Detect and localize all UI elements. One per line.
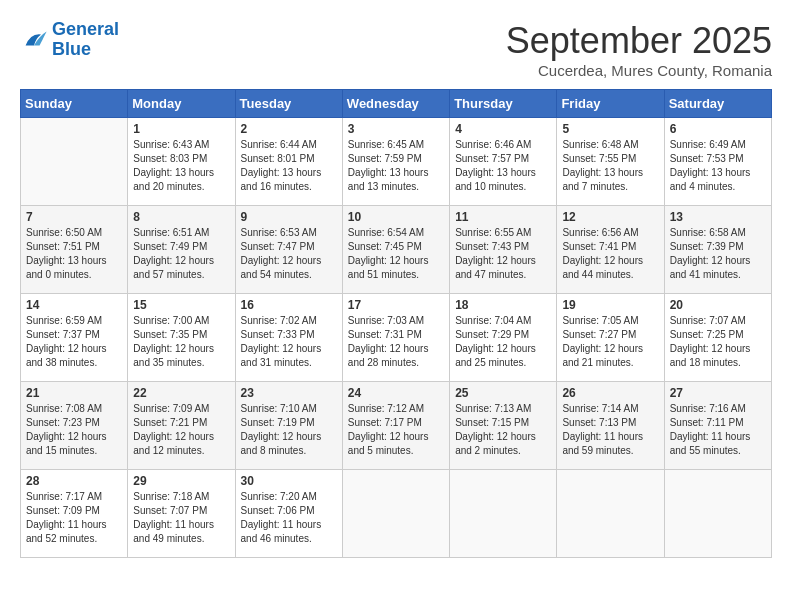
header-day-friday: Friday — [557, 90, 664, 118]
day-info: Sunrise: 6:53 AM Sunset: 7:47 PM Dayligh… — [241, 226, 337, 282]
header-day-monday: Monday — [128, 90, 235, 118]
calendar-week-2: 14Sunrise: 6:59 AM Sunset: 7:37 PM Dayli… — [21, 294, 772, 382]
calendar-cell: 4Sunrise: 6:46 AM Sunset: 7:57 PM Daylig… — [450, 118, 557, 206]
day-info: Sunrise: 7:17 AM Sunset: 7:09 PM Dayligh… — [26, 490, 122, 546]
day-number: 16 — [241, 298, 337, 312]
header-day-sunday: Sunday — [21, 90, 128, 118]
day-number: 25 — [455, 386, 551, 400]
calendar-cell: 26Sunrise: 7:14 AM Sunset: 7:13 PM Dayli… — [557, 382, 664, 470]
day-number: 26 — [562, 386, 658, 400]
day-info: Sunrise: 7:16 AM Sunset: 7:11 PM Dayligh… — [670, 402, 766, 458]
day-number: 4 — [455, 122, 551, 136]
calendar-body: 1Sunrise: 6:43 AM Sunset: 8:03 PM Daylig… — [21, 118, 772, 558]
day-number: 3 — [348, 122, 444, 136]
day-number: 12 — [562, 210, 658, 224]
day-info: Sunrise: 6:44 AM Sunset: 8:01 PM Dayligh… — [241, 138, 337, 194]
calendar-cell: 8Sunrise: 6:51 AM Sunset: 7:49 PM Daylig… — [128, 206, 235, 294]
calendar-cell: 20Sunrise: 7:07 AM Sunset: 7:25 PM Dayli… — [664, 294, 771, 382]
calendar-cell — [664, 470, 771, 558]
calendar-week-1: 7Sunrise: 6:50 AM Sunset: 7:51 PM Daylig… — [21, 206, 772, 294]
calendar-cell: 25Sunrise: 7:13 AM Sunset: 7:15 PM Dayli… — [450, 382, 557, 470]
calendar-cell: 22Sunrise: 7:09 AM Sunset: 7:21 PM Dayli… — [128, 382, 235, 470]
day-number: 13 — [670, 210, 766, 224]
logo-text: General Blue — [52, 20, 119, 60]
day-number: 22 — [133, 386, 229, 400]
day-number: 30 — [241, 474, 337, 488]
day-info: Sunrise: 6:56 AM Sunset: 7:41 PM Dayligh… — [562, 226, 658, 282]
calendar-cell — [342, 470, 449, 558]
day-info: Sunrise: 7:14 AM Sunset: 7:13 PM Dayligh… — [562, 402, 658, 458]
day-info: Sunrise: 6:54 AM Sunset: 7:45 PM Dayligh… — [348, 226, 444, 282]
day-info: Sunrise: 7:03 AM Sunset: 7:31 PM Dayligh… — [348, 314, 444, 370]
day-number: 19 — [562, 298, 658, 312]
calendar-header: SundayMondayTuesdayWednesdayThursdayFrid… — [21, 90, 772, 118]
calendar-cell: 29Sunrise: 7:18 AM Sunset: 7:07 PM Dayli… — [128, 470, 235, 558]
day-info: Sunrise: 6:46 AM Sunset: 7:57 PM Dayligh… — [455, 138, 551, 194]
header-day-tuesday: Tuesday — [235, 90, 342, 118]
day-info: Sunrise: 6:45 AM Sunset: 7:59 PM Dayligh… — [348, 138, 444, 194]
day-info: Sunrise: 7:05 AM Sunset: 7:27 PM Dayligh… — [562, 314, 658, 370]
title-block: September 2025 Cucerdea, Mures County, R… — [506, 20, 772, 79]
calendar-week-0: 1Sunrise: 6:43 AM Sunset: 8:03 PM Daylig… — [21, 118, 772, 206]
day-number: 15 — [133, 298, 229, 312]
calendar-cell: 17Sunrise: 7:03 AM Sunset: 7:31 PM Dayli… — [342, 294, 449, 382]
day-number: 2 — [241, 122, 337, 136]
calendar-cell: 10Sunrise: 6:54 AM Sunset: 7:45 PM Dayli… — [342, 206, 449, 294]
calendar-cell: 21Sunrise: 7:08 AM Sunset: 7:23 PM Dayli… — [21, 382, 128, 470]
day-info: Sunrise: 7:02 AM Sunset: 7:33 PM Dayligh… — [241, 314, 337, 370]
day-info: Sunrise: 6:55 AM Sunset: 7:43 PM Dayligh… — [455, 226, 551, 282]
header-day-thursday: Thursday — [450, 90, 557, 118]
day-info: Sunrise: 7:10 AM Sunset: 7:19 PM Dayligh… — [241, 402, 337, 458]
calendar-cell: 18Sunrise: 7:04 AM Sunset: 7:29 PM Dayli… — [450, 294, 557, 382]
calendar-cell: 12Sunrise: 6:56 AM Sunset: 7:41 PM Dayli… — [557, 206, 664, 294]
day-number: 21 — [26, 386, 122, 400]
calendar-cell: 30Sunrise: 7:20 AM Sunset: 7:06 PM Dayli… — [235, 470, 342, 558]
day-number: 23 — [241, 386, 337, 400]
day-info: Sunrise: 7:08 AM Sunset: 7:23 PM Dayligh… — [26, 402, 122, 458]
day-info: Sunrise: 6:58 AM Sunset: 7:39 PM Dayligh… — [670, 226, 766, 282]
day-info: Sunrise: 6:51 AM Sunset: 7:49 PM Dayligh… — [133, 226, 229, 282]
calendar-cell: 14Sunrise: 6:59 AM Sunset: 7:37 PM Dayli… — [21, 294, 128, 382]
day-number: 28 — [26, 474, 122, 488]
calendar-cell: 5Sunrise: 6:48 AM Sunset: 7:55 PM Daylig… — [557, 118, 664, 206]
day-number: 27 — [670, 386, 766, 400]
calendar-cell: 24Sunrise: 7:12 AM Sunset: 7:17 PM Dayli… — [342, 382, 449, 470]
day-info: Sunrise: 7:18 AM Sunset: 7:07 PM Dayligh… — [133, 490, 229, 546]
logo-icon — [20, 26, 48, 54]
day-number: 10 — [348, 210, 444, 224]
calendar-cell: 15Sunrise: 7:00 AM Sunset: 7:35 PM Dayli… — [128, 294, 235, 382]
day-info: Sunrise: 6:43 AM Sunset: 8:03 PM Dayligh… — [133, 138, 229, 194]
calendar-week-3: 21Sunrise: 7:08 AM Sunset: 7:23 PM Dayli… — [21, 382, 772, 470]
calendar-cell: 3Sunrise: 6:45 AM Sunset: 7:59 PM Daylig… — [342, 118, 449, 206]
calendar-cell: 19Sunrise: 7:05 AM Sunset: 7:27 PM Dayli… — [557, 294, 664, 382]
day-info: Sunrise: 6:49 AM Sunset: 7:53 PM Dayligh… — [670, 138, 766, 194]
day-info: Sunrise: 7:00 AM Sunset: 7:35 PM Dayligh… — [133, 314, 229, 370]
day-number: 17 — [348, 298, 444, 312]
calendar-cell: 1Sunrise: 6:43 AM Sunset: 8:03 PM Daylig… — [128, 118, 235, 206]
day-number: 5 — [562, 122, 658, 136]
month-title: September 2025 — [506, 20, 772, 62]
day-number: 18 — [455, 298, 551, 312]
day-info: Sunrise: 6:48 AM Sunset: 7:55 PM Dayligh… — [562, 138, 658, 194]
calendar-cell — [21, 118, 128, 206]
calendar-cell: 28Sunrise: 7:17 AM Sunset: 7:09 PM Dayli… — [21, 470, 128, 558]
day-number: 1 — [133, 122, 229, 136]
calendar-cell: 27Sunrise: 7:16 AM Sunset: 7:11 PM Dayli… — [664, 382, 771, 470]
day-number: 14 — [26, 298, 122, 312]
calendar-cell — [450, 470, 557, 558]
day-info: Sunrise: 7:09 AM Sunset: 7:21 PM Dayligh… — [133, 402, 229, 458]
calendar-cell — [557, 470, 664, 558]
calendar-cell: 9Sunrise: 6:53 AM Sunset: 7:47 PM Daylig… — [235, 206, 342, 294]
day-info: Sunrise: 7:20 AM Sunset: 7:06 PM Dayligh… — [241, 490, 337, 546]
subtitle: Cucerdea, Mures County, Romania — [506, 62, 772, 79]
day-info: Sunrise: 7:07 AM Sunset: 7:25 PM Dayligh… — [670, 314, 766, 370]
header-day-saturday: Saturday — [664, 90, 771, 118]
day-info: Sunrise: 7:12 AM Sunset: 7:17 PM Dayligh… — [348, 402, 444, 458]
calendar-cell: 11Sunrise: 6:55 AM Sunset: 7:43 PM Dayli… — [450, 206, 557, 294]
calendar-cell: 13Sunrise: 6:58 AM Sunset: 7:39 PM Dayli… — [664, 206, 771, 294]
day-number: 24 — [348, 386, 444, 400]
logo: General Blue — [20, 20, 119, 60]
day-number: 20 — [670, 298, 766, 312]
calendar-cell: 2Sunrise: 6:44 AM Sunset: 8:01 PM Daylig… — [235, 118, 342, 206]
calendar-week-4: 28Sunrise: 7:17 AM Sunset: 7:09 PM Dayli… — [21, 470, 772, 558]
